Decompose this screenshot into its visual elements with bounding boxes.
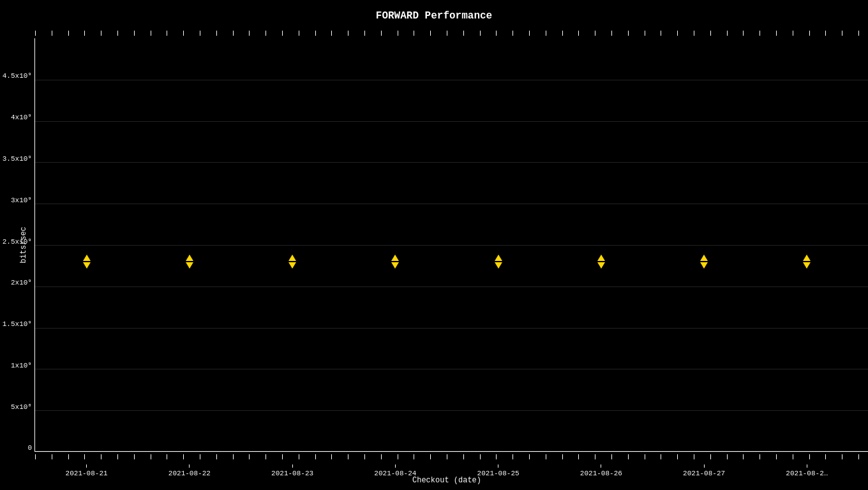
top-tick-mark (216, 31, 217, 36)
x-tick-mark (189, 464, 190, 468)
top-tick-mark (266, 31, 266, 36)
top-tick-mark (760, 31, 760, 36)
chart-title: FORWARD Performance (0, 10, 868, 22)
x-tick: 2021-08-27 (683, 464, 725, 477)
diamond-up (391, 255, 399, 261)
diamond-up (83, 255, 91, 261)
top-tick-mark (52, 31, 52, 36)
top-tick-mark (595, 31, 595, 36)
x-tick-mark (601, 464, 601, 468)
top-tick-mark (628, 31, 629, 36)
y-grid-line (35, 369, 868, 369)
top-tick-mark (694, 31, 694, 36)
data-point-group (700, 255, 708, 269)
y-grid-line (35, 286, 868, 287)
top-tick-mark (842, 31, 842, 36)
x-tick: 2021-08-26 (580, 464, 622, 477)
top-tick-mark (84, 31, 85, 36)
x-tick-mark (704, 464, 705, 468)
top-tick-mark (727, 31, 728, 36)
y-grid-line (35, 204, 868, 204)
left-axis-line (34, 38, 35, 452)
data-point-group (803, 255, 811, 269)
top-tick-mark (710, 31, 711, 36)
data-point-group (83, 255, 91, 269)
y-grid-line (35, 245, 868, 246)
chart-container: FORWARD Performance bits/sec 4.5x10⁹—4x1… (0, 0, 868, 490)
x-tick: 2021-08-23 (271, 464, 313, 477)
top-ticks-row (35, 31, 858, 38)
data-point-group (288, 255, 296, 269)
top-tick-mark (793, 31, 793, 36)
diamond-up (186, 255, 193, 261)
top-tick-mark (611, 31, 612, 36)
data-point-group (391, 255, 399, 269)
top-tick-mark (68, 31, 69, 36)
y-tick-label: 4.5x10⁹ (3, 71, 32, 80)
top-tick-mark (447, 31, 447, 36)
diamond-down (83, 262, 91, 269)
y-grid-line (35, 80, 868, 80)
top-tick-mark (463, 31, 464, 36)
top-tick-mark (414, 31, 414, 36)
diamond-down (391, 262, 399, 269)
y-tick-label: 3.5x10⁹ (3, 154, 32, 162)
data-point-group (597, 255, 605, 269)
x-tick-mark (395, 464, 396, 468)
top-tick-mark (546, 31, 546, 36)
top-tick-mark (825, 31, 826, 36)
top-tick-mark (661, 31, 661, 36)
x-axis: 2021-08-212021-08-222021-08-232021-08-24… (35, 452, 858, 477)
diamond-up (288, 255, 296, 261)
top-tick-mark (578, 31, 579, 36)
diamond-down (288, 262, 296, 269)
top-tick-mark (183, 31, 184, 36)
top-tick-mark (381, 31, 382, 36)
zero-axis-line (35, 451, 868, 452)
diamond-up (495, 255, 502, 261)
diamond-down (803, 262, 811, 269)
top-tick-mark (776, 31, 777, 36)
top-tick-mark (529, 31, 530, 36)
top-tick-mark (348, 31, 348, 36)
data-point-group (186, 255, 193, 269)
y-tick-label: 1x10⁹ (11, 360, 32, 369)
top-tick-mark (743, 31, 744, 36)
top-tick-mark (299, 31, 299, 36)
top-tick-mark (809, 31, 810, 36)
top-tick-mark (35, 31, 36, 36)
diamond-down (700, 262, 708, 269)
top-tick-mark (364, 31, 365, 36)
diamond-down (186, 262, 193, 269)
y-tick-label: 4x10⁹ (11, 113, 32, 121)
y-grid-line (35, 328, 868, 329)
x-axis-title: Checkout (date) (35, 476, 858, 485)
x-tick: 2021-08-21 (66, 464, 108, 477)
y-tick-label: 0 (27, 444, 32, 452)
top-tick-mark (151, 31, 151, 36)
data-point-group (495, 255, 502, 269)
top-tick-mark (430, 31, 431, 36)
y-axis-label: bits/sec (19, 226, 28, 264)
top-tick-mark (562, 31, 563, 36)
y-tick-label: 1.5x10⁹ (3, 320, 32, 328)
top-tick-mark (117, 31, 118, 36)
top-tick-mark (167, 31, 167, 36)
top-tick-mark (331, 31, 332, 36)
top-tick-mark (480, 31, 481, 36)
top-tick-mark (200, 31, 200, 36)
y-tick-label: 2.5x10⁹ (3, 237, 32, 245)
top-tick-mark (282, 31, 283, 36)
y-grid-line (35, 162, 868, 163)
x-tick-mark (86, 464, 87, 468)
x-tick-mark (807, 464, 807, 468)
bottom-tick-mark (858, 454, 859, 459)
diamond-up (700, 255, 708, 261)
top-tick-mark (233, 31, 234, 36)
y-tick-label: 3x10⁹ (11, 195, 32, 204)
top-tick-mark (858, 31, 859, 36)
x-tick: 2021-08-24 (374, 464, 416, 477)
top-tick-mark (677, 31, 678, 36)
y-tick-label: 5x10⁸ (11, 402, 32, 410)
top-tick-mark (398, 31, 398, 36)
